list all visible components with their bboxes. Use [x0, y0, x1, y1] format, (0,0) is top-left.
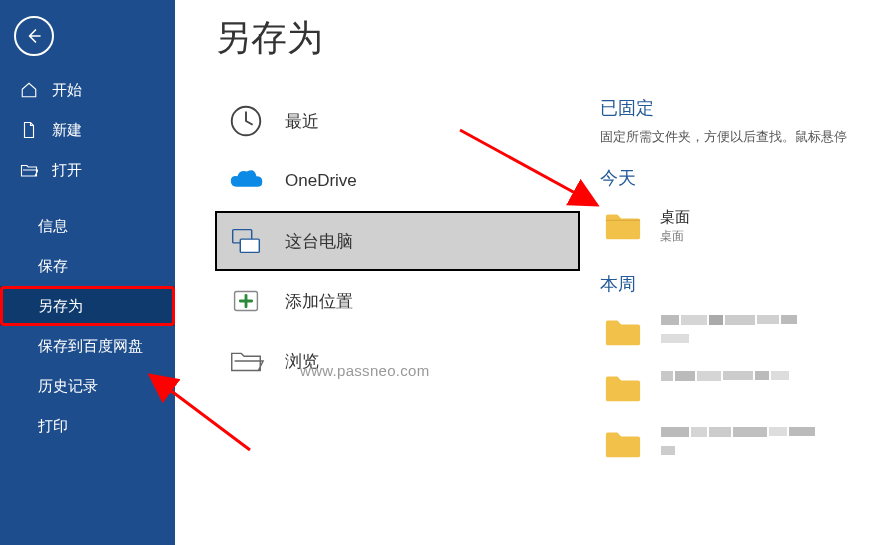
home-icon	[20, 81, 38, 99]
location-browse[interactable]: 浏览	[215, 331, 580, 391]
folder-icon	[604, 372, 642, 404]
location-list: 最近 OneDrive 这台电脑	[215, 91, 580, 391]
location-label: 最近	[285, 110, 319, 133]
pinned-section-subtitle: 固定所需文件夹，方便以后查找。鼠标悬停	[600, 128, 889, 146]
sidebar-item-new[interactable]: 新建	[0, 110, 175, 150]
sidebar-item-home[interactable]: 开始	[0, 70, 175, 110]
back-arrow-icon	[25, 27, 43, 45]
folder-path: 桌面	[660, 228, 690, 245]
watermark-text: www.passneo.com	[300, 362, 430, 379]
open-folder-icon	[20, 161, 38, 179]
folder-row-blurred[interactable]	[600, 416, 889, 472]
sidebar-item-history[interactable]: 历史记录	[0, 366, 175, 406]
folder-name: 桌面	[660, 208, 690, 227]
annotation-highlight-box	[0, 286, 175, 326]
right-panel: 已固定 固定所需文件夹，方便以后查找。鼠标悬停 今天 桌面 桌面 本周	[600, 0, 889, 545]
sidebar-item-label: 新建	[52, 121, 82, 140]
sidebar-item-info[interactable]: 信息	[0, 206, 175, 246]
clock-icon	[227, 102, 265, 140]
sidebar: 开始 新建 打开 信息 保存 另存为 保存到百度网盘 历史记录 打印	[0, 0, 175, 545]
sidebar-item-print[interactable]: 打印	[0, 406, 175, 446]
folder-row-blurred[interactable]	[600, 360, 889, 416]
onedrive-icon	[227, 162, 265, 200]
folder-icon	[604, 316, 642, 348]
pinned-section-title: 已固定	[600, 96, 889, 120]
location-thispc[interactable]: 这台电脑	[215, 211, 580, 271]
blurred-text	[660, 370, 820, 406]
sidebar-item-label: 开始	[52, 81, 82, 100]
location-addplace[interactable]: 添加位置	[215, 271, 580, 331]
location-label: 添加位置	[285, 290, 353, 313]
location-onedrive[interactable]: OneDrive	[215, 151, 580, 211]
folder-texts: 桌面 桌面	[660, 208, 690, 245]
svg-rect-2	[240, 239, 259, 252]
page-title: 另存为	[215, 14, 580, 63]
sidebar-item-label: 打开	[52, 161, 82, 180]
folder-row-blurred[interactable]	[600, 304, 889, 360]
sidebar-item-label: 保存	[38, 257, 68, 276]
browse-folder-icon	[227, 342, 265, 380]
location-label: 这台电脑	[285, 230, 353, 253]
folder-icon	[604, 210, 642, 242]
back-button[interactable]	[14, 16, 54, 56]
location-label: OneDrive	[285, 171, 357, 191]
thispc-icon	[227, 222, 265, 260]
sidebar-item-label: 历史记录	[38, 377, 98, 396]
sidebar-item-label: 打印	[38, 417, 68, 436]
blurred-text	[660, 314, 820, 350]
blurred-text	[660, 426, 820, 462]
today-section-title: 今天	[600, 166, 889, 190]
folder-row-desktop[interactable]: 桌面 桌面	[600, 198, 889, 254]
sidebar-item-saveas[interactable]: 另存为	[0, 286, 175, 326]
add-location-icon	[227, 282, 265, 320]
folder-icon	[604, 428, 642, 460]
app-root: 开始 新建 打开 信息 保存 另存为 保存到百度网盘 历史记录 打印	[0, 0, 889, 545]
sidebar-item-label: 另存为	[38, 297, 83, 316]
sidebar-item-label: 信息	[38, 217, 68, 236]
sidebar-item-save[interactable]: 保存	[0, 246, 175, 286]
main-area: 另存为 最近 OneDrive	[175, 0, 889, 545]
sidebar-item-open[interactable]: 打开	[0, 150, 175, 190]
location-recent[interactable]: 最近	[215, 91, 580, 151]
center-panel: 另存为 最近 OneDrive	[175, 0, 600, 545]
new-doc-icon	[20, 121, 38, 139]
thisweek-section-title: 本周	[600, 272, 889, 296]
sidebar-item-label: 保存到百度网盘	[38, 337, 143, 356]
sidebar-item-save-baidu[interactable]: 保存到百度网盘	[0, 326, 175, 366]
